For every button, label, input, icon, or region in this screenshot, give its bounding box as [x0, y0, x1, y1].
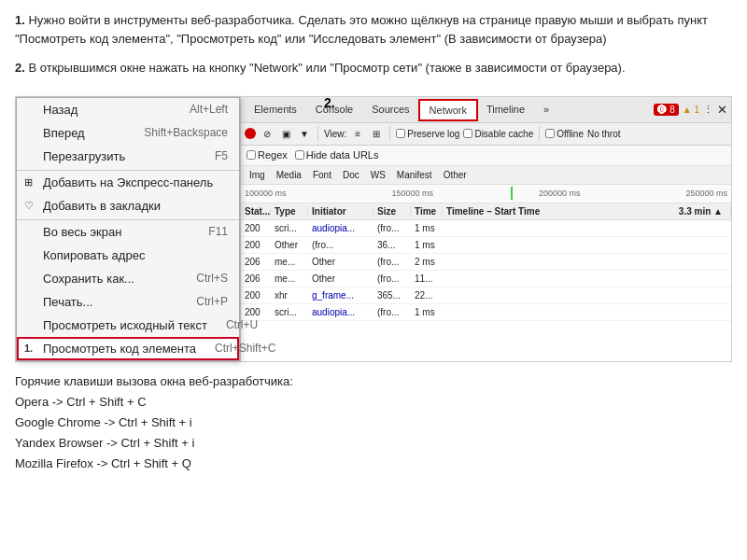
row6-init: audiopia...	[308, 307, 374, 317]
inspect-number: 1.	[24, 343, 33, 354]
row2-status: 200	[241, 240, 271, 250]
regex-label[interactable]: Regex	[247, 149, 288, 161]
header-tl-label: Timeline – Start Time	[446, 206, 540, 217]
header-initiator: Initiator	[308, 206, 374, 217]
filter-tab-manifest[interactable]: Manifest	[392, 169, 437, 181]
regex-checkbox[interactable]	[247, 150, 256, 160]
row4-init: Other	[308, 273, 374, 284]
header-timeline: Timeline – Start Time 3.3 min ▲	[443, 206, 731, 217]
hide-data-urls-label[interactable]: Hide data URLs	[295, 149, 379, 161]
camera-button[interactable]: ▣	[278, 126, 293, 141]
table-row[interactable]: 206 me... Other (fro... 11...	[241, 271, 731, 287]
hotkeys-section: Горячие клавиши вызова окна веб-разработ…	[0, 362, 747, 483]
row6-time: 1 ms	[411, 307, 443, 317]
network-table-header: Stat... Type Initiator Size Time Timelin…	[241, 203, 731, 220]
row3-size: (fro...	[374, 257, 411, 267]
row2-type: Other	[271, 240, 308, 250]
menu-item-save[interactable]: Сохранить как... Ctrl+S	[17, 267, 239, 290]
header-tl-duration: 3.3 min ▲	[679, 206, 723, 217]
row5-type: xhr	[271, 290, 308, 301]
row4-time: 11...	[411, 273, 443, 284]
preserve-log-label[interactable]: Preserve log	[396, 129, 459, 139]
hotkeys-firefox: Mozilla Firefox -> Ctrl + Shift + Q	[15, 454, 732, 474]
menu-item-fullscreen[interactable]: Во весь экран F11	[17, 219, 239, 244]
menu-item-save-shortcut: Ctrl+S	[196, 272, 228, 285]
menu-item-reload-label: Перезагрузить	[43, 149, 125, 163]
menu-item-back-label: Назад	[43, 103, 78, 117]
offline-checkbox[interactable]	[545, 129, 555, 138]
menu-item-inspect-label: Просмотреть код элемента	[43, 342, 196, 356]
tab-elements[interactable]: Elements	[245, 100, 306, 119]
tab-network[interactable]: Network	[419, 100, 477, 120]
filter-tab-media[interactable]: Media	[272, 169, 306, 181]
menu-item-express[interactable]: ⊞ Добавить на Экспресс-панель	[17, 170, 239, 194]
filter-tab-img[interactable]: Img	[245, 169, 270, 181]
menu-item-copy-url-label: Копировать адрес	[43, 248, 145, 262]
menu-item-view-source[interactable]: Просмотреть исходный текст Ctrl+U	[17, 314, 239, 337]
menu-item-view-source-label: Просмотреть исходный текст	[43, 318, 207, 332]
view-label: View:	[324, 129, 346, 139]
row3-status: 206	[241, 257, 271, 267]
row5-status: 200	[241, 290, 271, 301]
filter-tab-ws[interactable]: WS	[366, 169, 390, 181]
row2-time: 1 ms	[411, 240, 443, 250]
filter-bar: Regex Hide data URLs	[241, 146, 731, 166]
menu-item-view-source-shortcut: Ctrl+U	[226, 318, 258, 331]
row3-type: me...	[271, 257, 308, 267]
menu-item-print[interactable]: Печать... Ctrl+P	[17, 290, 239, 314]
filter-tab-doc[interactable]: Doc	[338, 169, 364, 181]
filter-button[interactable]: ▼	[297, 126, 312, 141]
devtools-right-icons: ⓿ 8 ▲ 1 ⋮ ✕	[654, 103, 727, 117]
table-row[interactable]: 200 scri... audiopia... (fro... 1 ms	[241, 220, 731, 237]
hotkeys-opera: Opera -> Ctrl + Shift + C	[15, 392, 732, 413]
menu-item-bookmark[interactable]: ♡ Добавить в закладки	[17, 194, 239, 217]
header-time: Time	[411, 206, 443, 217]
devtools-close-icon[interactable]: ✕	[717, 103, 727, 117]
table-row[interactable]: 200 Other (fro... 36... 1 ms	[241, 237, 731, 254]
row4-size: (fro...	[374, 273, 411, 284]
instructions-section: 1. Нужно войти в инструменты веб-разрабо…	[0, 0, 747, 96]
menu-item-fullscreen-label: Во весь экран	[43, 225, 121, 239]
filter-tab-font[interactable]: Font	[308, 169, 336, 181]
row1-type: scri...	[271, 223, 308, 233]
menu-item-forward-shortcut: Shift+Backspace	[144, 126, 228, 139]
row5-init: g_frame...	[308, 290, 374, 301]
row4-type: me...	[271, 273, 308, 284]
record-button[interactable]	[245, 128, 256, 139]
network-table: Stat... Type Initiator Size Time Timelin…	[241, 203, 731, 361]
menu-item-forward[interactable]: Вперед Shift+Backspace	[17, 121, 239, 145]
disable-cache-label[interactable]: Disable cache	[463, 129, 533, 139]
row1-status: 200	[241, 223, 271, 233]
hotkeys-yandex: Yandex Browser -> Ctrl + Shift + i	[15, 433, 732, 454]
clear-button[interactable]: ⊘	[260, 126, 275, 141]
row6-status: 200	[241, 307, 271, 317]
hide-data-urls-checkbox[interactable]	[295, 150, 304, 160]
step1-number: 1.	[15, 13, 25, 27]
filter-tab-other[interactable]: Other	[439, 169, 472, 181]
menu-item-back[interactable]: Назад Alt+Left	[17, 98, 239, 121]
menu-item-inspect[interactable]: 1. Просмотреть код элемента Ctrl+Shift+C	[17, 337, 239, 360]
menu-item-reload[interactable]: Перезагрузить F5	[17, 145, 239, 168]
tab-sources[interactable]: Sources	[362, 100, 418, 119]
devtools-menu-icon[interactable]: ⋮	[703, 104, 713, 116]
header-type: Type	[271, 206, 308, 217]
row5-time: 22...	[411, 290, 443, 301]
table-row[interactable]: 200 xhr g_frame... 365... 22...	[241, 287, 731, 304]
preserve-log-checkbox[interactable]	[396, 129, 405, 138]
table-row[interactable]: 206 me... Other (fro... 2 ms	[241, 254, 731, 271]
tab-timeline[interactable]: Timeline	[477, 100, 534, 119]
toolbar-separator3	[539, 126, 540, 141]
menu-item-inspect-shortcut: Ctrl+Shift+C	[215, 342, 275, 355]
menu-item-express-label: Добавить на Экспресс-панель	[43, 175, 213, 189]
devtools-tabs-bar: Elements Console Sources Network Timelin…	[241, 97, 731, 123]
tl-label-4: 250000 ms	[685, 189, 727, 198]
view-grid-icon[interactable]: ⊞	[369, 126, 384, 141]
offline-label[interactable]: Offline	[545, 129, 584, 139]
tab-more[interactable]: »	[534, 100, 558, 119]
view-list-icon[interactable]: ≡	[350, 126, 365, 141]
menu-item-save-label: Сохранить как...	[43, 272, 134, 286]
menu-item-copy-url[interactable]: Копировать адрес	[17, 244, 239, 267]
toolbar-separator	[317, 126, 318, 141]
disable-cache-checkbox[interactable]	[463, 129, 472, 138]
table-row[interactable]: 200 scri... audiopia... (fro... 1 ms	[241, 304, 731, 321]
